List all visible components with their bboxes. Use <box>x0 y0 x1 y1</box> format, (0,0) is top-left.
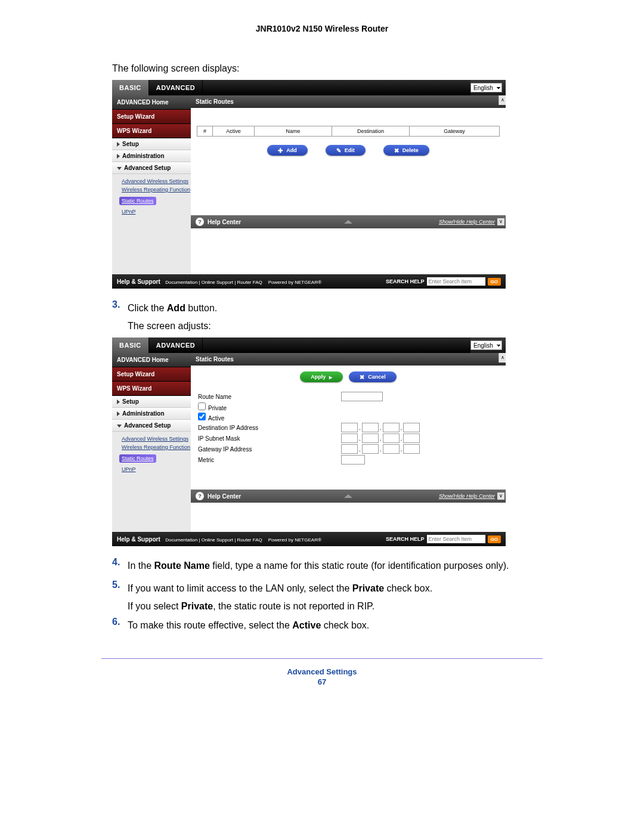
help-support-label: Help & Support <box>117 536 160 543</box>
sublink-upnp[interactable]: UPnP <box>122 466 191 473</box>
help-center-bar: ? Help Center Show/Hide Help Center ∨ <box>191 215 506 228</box>
search-input[interactable] <box>427 277 485 286</box>
dest-ip-1[interactable] <box>341 423 358 432</box>
help-support-label: Help & Support <box>117 278 160 285</box>
footer-title: Advanced Settings <box>101 667 543 676</box>
show-hide-help-link[interactable]: Show/Hide Help Center <box>439 493 495 499</box>
sublink-wireless-repeating[interactable]: Wireless Repeating Function <box>122 444 191 451</box>
subnet-3[interactable] <box>383 433 400 443</box>
sidebar-setup-wizard[interactable]: Setup Wizard <box>112 110 191 124</box>
scroll-up-icon[interactable]: ∧ <box>499 95 506 105</box>
step-number-3: 3. <box>112 299 128 317</box>
subnet-2[interactable] <box>362 433 379 443</box>
routes-table: # Active Name Destination Gateway <box>197 126 500 137</box>
active-checkbox[interactable] <box>198 413 206 420</box>
powered-by: Powered by NETGEAR® <box>268 537 321 543</box>
delete-button[interactable]: ✖Delete <box>383 145 429 156</box>
subnet-1[interactable] <box>341 433 358 443</box>
screenshot-static-routes-list: BASIC ADVANCED English ADVANCED Home Set… <box>112 80 506 289</box>
help-center-label: Help Center <box>208 493 241 500</box>
chevron-right-icon <box>117 154 120 159</box>
panel-title: Static Routes <box>191 353 506 366</box>
help-icon[interactable]: ? <box>196 218 204 226</box>
metric-input[interactable] <box>341 455 365 465</box>
sidebar-wps-wizard[interactable]: WPS Wizard <box>112 382 191 396</box>
gw-ip-4[interactable] <box>403 444 420 454</box>
sidebar-advanced-setup[interactable]: Advanced Setup <box>112 162 191 174</box>
metric-label: Metric <box>198 457 293 463</box>
step-4-text: In the Route Name field, type a name for… <box>128 561 543 571</box>
tab-basic[interactable]: BASIC <box>112 80 149 95</box>
edit-button[interactable]: ✎Edit <box>326 145 366 156</box>
go-button[interactable]: GO <box>488 278 501 286</box>
language-select[interactable]: English <box>470 83 502 92</box>
close-icon: ✖ <box>394 147 399 154</box>
scroll-down-icon[interactable]: ∨ <box>497 493 504 500</box>
col-name: Name <box>255 126 332 136</box>
help-icon[interactable]: ? <box>196 492 204 500</box>
dest-ip-4[interactable] <box>403 423 420 432</box>
tab-advanced[interactable]: ADVANCED <box>149 80 203 95</box>
sublink-advanced-wireless[interactable]: Advanced Wireless Settings <box>122 436 191 442</box>
private-checkbox[interactable] <box>198 402 206 410</box>
step-5-sub: If you select Private, the static route … <box>128 601 543 612</box>
dest-ip-label: Destination IP Address <box>198 425 293 431</box>
dest-ip-2[interactable] <box>362 423 379 432</box>
step-number-5: 5. <box>112 580 128 597</box>
sidebar-advanced-home[interactable]: ADVANCED Home <box>112 95 191 110</box>
sublink-wireless-repeating[interactable]: Wireless Repeating Function <box>122 187 191 193</box>
col-number: # <box>197 126 213 136</box>
gw-ip-3[interactable] <box>383 444 400 454</box>
active-label: Active <box>208 415 224 422</box>
sidebar-wps-wizard[interactable]: WPS Wizard <box>112 124 191 138</box>
footer-page-num: 67 <box>101 677 543 686</box>
show-hide-help-link[interactable]: Show/Hide Help Center <box>439 219 495 225</box>
expand-up-icon[interactable] <box>344 220 352 224</box>
subnet-label: IP Subnet Mask <box>198 435 293 442</box>
sidebar-setup[interactable]: Setup <box>112 138 191 150</box>
sidebar-advanced-setup[interactable]: Advanced Setup <box>112 420 191 432</box>
scroll-down-icon[interactable]: ∨ <box>497 218 504 225</box>
chevron-right-icon <box>117 411 120 416</box>
sublink-upnp[interactable]: UPnP <box>122 209 191 215</box>
gw-ip-2[interactable] <box>362 444 379 454</box>
sidebar: ADVANCED Home Setup Wizard WPS Wizard Se… <box>112 95 191 274</box>
sidebar-setup[interactable]: Setup <box>112 396 191 408</box>
support-links[interactable]: Documentation | Online Support | Router … <box>165 537 262 543</box>
sublink-static-routes[interactable]: Static Routes <box>119 197 156 206</box>
scroll-up-icon[interactable]: ∧ <box>499 353 506 363</box>
support-links[interactable]: Documentation | Online Support | Router … <box>165 280 262 285</box>
powered-by: Powered by NETGEAR® <box>268 280 321 285</box>
sidebar-administration[interactable]: Administration <box>112 408 191 420</box>
subnet-4[interactable] <box>403 433 420 443</box>
dest-ip-3[interactable] <box>383 423 400 432</box>
apply-button[interactable]: Apply▸ <box>300 371 343 382</box>
screenshot-static-routes-add: BASIC ADVANCED English ADVANCED Home Set… <box>112 337 506 546</box>
tab-advanced[interactable]: ADVANCED <box>149 337 203 353</box>
sublink-static-routes[interactable]: Static Routes <box>119 454 156 463</box>
tab-bar: BASIC ADVANCED English <box>112 80 506 95</box>
cancel-button[interactable]: ✖Cancel <box>349 371 397 382</box>
support-bar: Help & Support Documentation | Online Su… <box>112 274 506 289</box>
close-icon: ✖ <box>360 374 364 380</box>
doc-title: JNR1010v2 N150 Wireless Router <box>101 24 543 33</box>
gw-ip-label: Gateway IP Address <box>198 446 293 453</box>
sidebar-administration[interactable]: Administration <box>112 150 191 162</box>
step-3-text: Click the Add button. <box>128 303 543 314</box>
go-button[interactable]: GO <box>488 535 501 543</box>
language-select[interactable]: English <box>470 340 502 350</box>
footer-divider <box>101 658 543 659</box>
sidebar-advanced-home[interactable]: ADVANCED Home <box>112 353 191 367</box>
add-button[interactable]: ✚Add <box>267 145 308 156</box>
tab-basic[interactable]: BASIC <box>112 337 149 353</box>
route-name-input[interactable] <box>341 392 383 401</box>
expand-up-icon[interactable] <box>344 494 352 498</box>
search-input[interactable] <box>427 535 485 543</box>
route-name-label: Route Name <box>198 394 293 400</box>
step-number-6: 6. <box>112 617 128 634</box>
search-help-label: SEARCH HELP <box>386 278 425 284</box>
sidebar-setup-wizard[interactable]: Setup Wizard <box>112 367 191 382</box>
step-6-text: To make this route effective, select the… <box>128 620 543 631</box>
sublink-advanced-wireless[interactable]: Advanced Wireless Settings <box>122 178 191 185</box>
gw-ip-1[interactable] <box>341 444 358 454</box>
